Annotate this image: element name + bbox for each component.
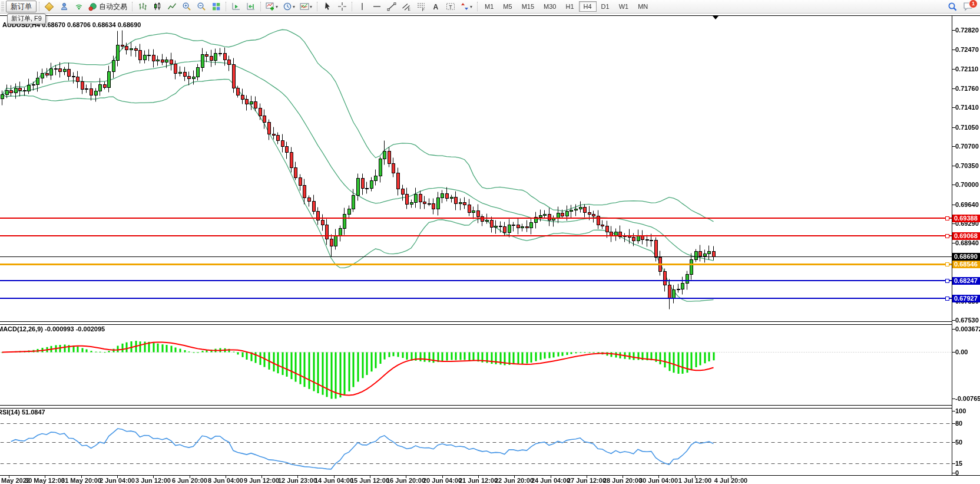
- periods-icon[interactable]: ▾: [280, 1, 297, 12]
- time-axis-label: 30 May 12:00: [25, 477, 65, 484]
- linechart-mode-icon[interactable]: [164, 1, 179, 12]
- timeframe-w1[interactable]: W1: [614, 1, 634, 12]
- price-axis-tick: [952, 146, 955, 147]
- templates-icon[interactable]: ▾: [297, 1, 314, 12]
- price-axis-label: 0.72110: [955, 65, 980, 73]
- macd-axis-label: 0.00: [955, 348, 980, 355]
- hline-marker[interactable]: [945, 216, 949, 220]
- horizontal-line-tool-icon[interactable]: [369, 1, 384, 12]
- svg-text:A: A: [433, 3, 438, 11]
- chat-icon[interactable]: 1: [960, 1, 975, 12]
- toolbar-separator: [260, 2, 261, 11]
- search-icon[interactable]: [945, 1, 960, 12]
- macd-label: MACD(12,26,9) -0.000993 -0.002095: [0, 325, 105, 332]
- price-hline[interactable]: [0, 256, 952, 257]
- time-axis-label: 20 Jun 04:00: [423, 477, 462, 484]
- trendline-tool-icon[interactable]: [384, 1, 399, 12]
- hline-marker[interactable]: [945, 234, 949, 238]
- time-axis-label: 1 Jul 12:00: [678, 477, 711, 484]
- timeframe-m1[interactable]: M1: [480, 1, 498, 12]
- timeframe-d1[interactable]: D1: [597, 1, 614, 12]
- label-tool-icon[interactable]: T: [443, 1, 458, 12]
- cursor-icon[interactable]: [320, 1, 335, 12]
- price-hline[interactable]: [0, 218, 952, 219]
- macd-axis-label: 0.003672: [955, 325, 980, 332]
- autotrading-button[interactable]: 自动交易: [86, 1, 130, 12]
- time-axis-label: 24 Jun 04:00: [531, 477, 570, 484]
- timeframe-group: M1M5M15M30H1H4D1W1MN: [480, 1, 653, 12]
- price-tag: 0.69388: [952, 215, 980, 222]
- toolbar-separator: [352, 2, 352, 11]
- price-axis-tick: [952, 320, 955, 321]
- price-hline[interactable]: [0, 235, 952, 236]
- time-axis-label: 21 Jun 12:00: [459, 477, 498, 484]
- toolbar-separator: [317, 2, 317, 11]
- toolbar-separator: [39, 2, 39, 11]
- vertical-line-tool-icon[interactable]: [355, 1, 369, 12]
- hline-marker[interactable]: [945, 279, 949, 283]
- price-axis-label: 0.71050: [955, 124, 980, 131]
- chart-shift-marker[interactable]: [713, 16, 719, 19]
- price-axis-label: 0.67530: [955, 317, 980, 324]
- new-order-label: 新订单: [11, 2, 32, 12]
- fibonacci-tool-icon[interactable]: F: [413, 1, 428, 12]
- timeframe-m15[interactable]: M15: [517, 1, 539, 12]
- timeframe-m5[interactable]: M5: [498, 1, 517, 12]
- price-tag: 0.68247: [952, 277, 980, 285]
- chart-frame-top: [0, 15, 980, 16]
- chart-canvas[interactable]: [0, 0, 980, 484]
- price-axis-tick: [952, 107, 955, 108]
- channel-tool-icon[interactable]: E: [399, 1, 413, 12]
- svg-text:F: F: [422, 8, 424, 12]
- notification-badge[interactable]: 1: [969, 0, 978, 8]
- rsi-axis-tick: [952, 463, 955, 464]
- chevron-down-icon: ▾: [310, 4, 312, 9]
- price-axis-tick: [952, 185, 955, 185]
- text-tool-icon[interactable]: A: [428, 1, 443, 12]
- rsi-axis-tick: [952, 473, 955, 473]
- time-axis-label: 14 Jun 04:00: [314, 477, 353, 484]
- rsi-axis-label: 15: [955, 460, 980, 467]
- hline-marker[interactable]: [945, 262, 949, 266]
- zoom-in-icon[interactable]: [179, 1, 194, 12]
- toolbar-grip[interactable]: [1, 2, 4, 11]
- price-axis-border: [952, 15, 952, 476]
- chartshift-icon[interactable]: [243, 1, 258, 12]
- candlestick-mode-icon[interactable]: [150, 1, 164, 12]
- shapes-tool-icon[interactable]: ▾: [458, 1, 475, 12]
- time-axis-label: 8 Jun 04:00: [208, 477, 243, 484]
- price-axis-label: 0.69640: [955, 201, 980, 208]
- timeframe-h1[interactable]: H1: [561, 1, 578, 12]
- price-axis-label: 0.71410: [955, 104, 980, 111]
- timeframe-h4[interactable]: H4: [579, 1, 597, 12]
- metaeditor-icon[interactable]: [42, 1, 57, 12]
- time-axis-label: 27 Jun 12:00: [567, 477, 606, 484]
- rsi-axis-label: 50: [955, 439, 980, 446]
- tile-windows-icon[interactable]: [208, 1, 223, 12]
- crosshair-icon[interactable]: [335, 1, 349, 12]
- zoom-out-icon[interactable]: [194, 1, 208, 12]
- panel-separator-macd[interactable]: [0, 321, 952, 325]
- autotrading-icon: [88, 2, 97, 11]
- time-axis-label: 15 Jun 12:00: [350, 477, 389, 484]
- price-hline[interactable]: [0, 298, 952, 299]
- signals-icon[interactable]: [71, 1, 86, 12]
- price-hline[interactable]: [0, 264, 952, 265]
- price-tag: 0.69068: [952, 232, 980, 240]
- panel-separator-rsi[interactable]: [0, 405, 952, 409]
- barchart-mode-icon[interactable]: [135, 1, 150, 12]
- price-axis-tick: [952, 223, 955, 224]
- hline-marker[interactable]: [945, 297, 949, 301]
- price-axis-label: 0.72820: [955, 27, 980, 34]
- price-axis-tick: [952, 243, 955, 243]
- timeframe-m30[interactable]: M30: [539, 1, 561, 12]
- indicators-icon[interactable]: ▾: [263, 1, 280, 12]
- price-tag: 0.67927: [952, 295, 980, 302]
- price-axis-label: 0.68940: [955, 239, 980, 246]
- new-order-button[interactable]: 新订单: [6, 1, 37, 12]
- profiles-icon[interactable]: [57, 1, 71, 12]
- timeframe-mn[interactable]: MN: [633, 1, 653, 12]
- autoscroll-icon[interactable]: [229, 1, 243, 12]
- price-hline[interactable]: [0, 280, 952, 281]
- price-axis-label: 0.70700: [955, 143, 980, 150]
